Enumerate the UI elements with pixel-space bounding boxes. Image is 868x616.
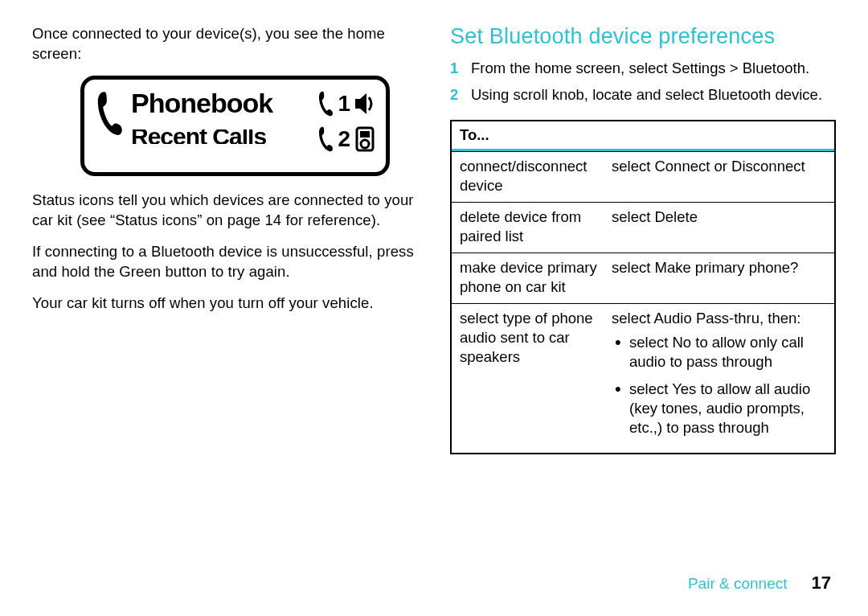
table-row: make device primary phone on car kit sel…	[452, 253, 834, 303]
intro-text: Once connected to your device(s), you se…	[32, 24, 418, 64]
status-icons-text: Status icons tell you which devices are …	[32, 191, 418, 231]
table-row: connect/disconnect device select Connect…	[452, 151, 834, 202]
bullet-list: select No to allow only call audio to pa…	[612, 333, 826, 437]
svg-point-2	[361, 140, 369, 148]
step-2: 2 Using scroll knob, locate and select B…	[450, 85, 836, 105]
footer-section-name: Pair & connect	[688, 575, 788, 593]
device-status-area: 1 2	[317, 84, 376, 172]
phone-small-icon	[317, 90, 334, 117]
footer-page-number: 17	[812, 573, 831, 593]
speaker-icon	[354, 91, 376, 117]
table-row: select type of phone audio sent to car s…	[452, 303, 834, 452]
table-cell-action: make device primary phone on car kit	[452, 253, 608, 303]
instruction-lead: select Audio Pass-thru, then:	[612, 310, 801, 326]
status-num-2: 2	[338, 128, 350, 150]
table-cell-instruction: select Audio Pass-thru, then: select No …	[608, 304, 834, 452]
status-line-1: 1	[317, 86, 376, 121]
phone-icon	[94, 89, 125, 138]
svg-rect-1	[360, 131, 370, 138]
table-cell-action: connect/disconnect device	[452, 152, 608, 202]
device-text-block: Phonebook Recent Calls	[131, 89, 272, 144]
table-row: delete device from paired list select De…	[452, 202, 834, 253]
step-number: 1	[450, 59, 471, 79]
step-1: 1 From the home screen, select Settings …	[450, 59, 836, 79]
retry-text: If connecting to a Bluetooth device is u…	[32, 242, 418, 282]
section-heading: Set Bluetooth device preferences	[450, 24, 836, 49]
status-line-2: 2	[317, 121, 376, 157]
page-columns: Once connected to your device(s), you se…	[32, 24, 836, 454]
bullet-item: select Yes to allow all audio (key tones…	[612, 380, 826, 437]
page-footer: Pair & connect 17	[688, 573, 831, 593]
device-screen-illustration: Phonebook Recent Calls 1	[80, 76, 390, 176]
left-column: Once connected to your device(s), you se…	[32, 24, 418, 454]
device-title: Phonebook	[131, 89, 272, 118]
media-player-icon	[354, 126, 376, 152]
table-cell-instruction: select Make primary phone?	[608, 253, 834, 303]
step-number: 2	[450, 85, 471, 105]
step-text: Using scroll knob, locate and select Blu…	[471, 85, 836, 105]
table-cell-action: select type of phone audio sent to car s…	[452, 304, 608, 452]
status-num-1: 1	[338, 92, 350, 115]
bullet-item: select No to allow only call audio to pa…	[612, 333, 826, 372]
device-subtitle-cut: Recent Calls	[131, 129, 272, 144]
preferences-table: To... connect/disconnect device select C…	[450, 120, 836, 454]
step-text: From the home screen, select Settings > …	[471, 59, 836, 79]
device-left-area: Phonebook Recent Calls	[94, 84, 272, 172]
table-cell-instruction: select Delete	[608, 203, 834, 253]
table-cell-instruction: select Connect or Disconnect	[608, 152, 834, 202]
phone-small-icon	[317, 125, 334, 153]
turnoff-text: Your car kit turns off when you turn off…	[32, 294, 418, 314]
right-column: Set Bluetooth device preferences 1 From …	[450, 24, 836, 454]
table-header: To...	[452, 121, 834, 151]
table-cell-action: delete device from paired list	[452, 203, 608, 253]
